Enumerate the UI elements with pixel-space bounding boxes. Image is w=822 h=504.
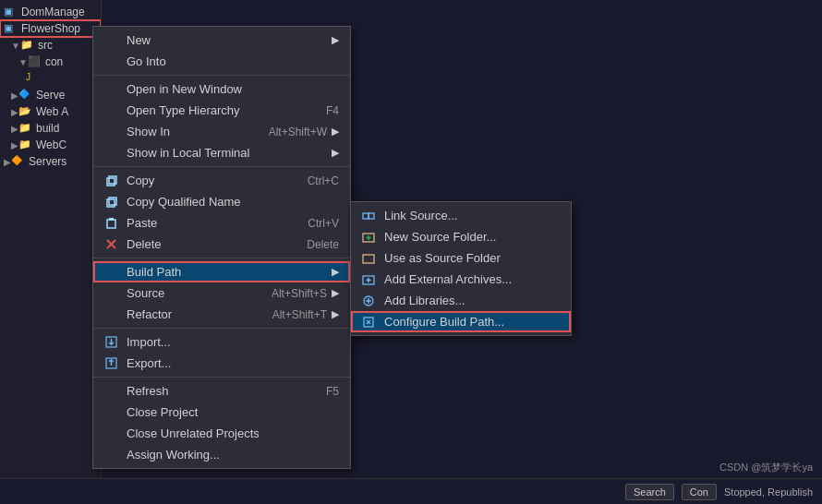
svg-rect-4 [107,220,115,228]
menu-item-close-unrelated[interactable]: Close Unrelated Projects [93,423,350,444]
project-icon: ▣ [4,6,17,18]
server-icon: 🔷 [18,89,31,102]
menu-item-refresh[interactable]: Refresh F5 [93,380,350,402]
copy-icon [103,173,119,189]
tree-label: Servers [29,155,66,168]
menu-item-paste[interactable]: Paste Ctrl+V [93,212,350,234]
package-icon: ⬛ [28,55,41,68]
paste-icon [103,215,119,232]
tree-label: con [45,55,63,68]
import-icon [103,334,119,351]
arrow-icon: ▶ [332,34,339,46]
arrow-icon: ▶ [332,147,339,159]
separator [93,166,350,167]
separator [93,75,350,76]
tree-label: Web A [36,105,68,118]
tree-item-server[interactable]: ▶ 🔷 Serve [0,87,101,103]
folder-icon: 📁 [18,122,31,135]
server-icon: 🔶 [11,155,24,168]
svg-rect-0 [107,178,115,186]
separator [93,377,350,378]
svg-rect-12 [363,213,369,219]
context-menu: New ▶ Go Into Open in New Window Open Ty… [92,26,351,469]
menu-item-new[interactable]: New ▶ [93,30,350,51]
copy-qualified-icon [103,194,119,210]
status-text: Stopped, Republish [724,486,813,498]
new-source-folder-icon [360,229,377,246]
svg-rect-3 [109,198,116,205]
project-explorer: ▣ DomManage ▣ FlowerShop ▼ 📁 src ▼ ⬛ con… [0,0,102,504]
tree-item-webC[interactable]: ▶ 📁 WebC [0,137,101,153]
menu-item-copy[interactable]: Copy Ctrl+C [93,170,350,191]
arrow-icon: ▶ [332,308,339,320]
tree-item-build[interactable]: ▶ 📁 build [0,120,101,137]
separator [93,258,350,258]
tree-item-flowershop[interactable]: ▣ FlowerShop [0,20,101,37]
add-external-archives-icon [360,271,377,288]
tree-item-java[interactable]: J [0,70,101,87]
submenu-item-configure-build-path[interactable]: Configure Build Path... [351,311,571,332]
arrow-icon: ▶ [332,266,339,278]
java-icon: J [26,72,39,85]
folder-icon: 📁 [18,138,31,151]
folder-icon: 📂 [18,105,31,118]
tree-item-src[interactable]: ▼ 📁 src [0,37,101,54]
menu-item-go-into[interactable]: Go Into [93,51,350,72]
project-icon: ▣ [4,22,17,35]
tree-item-webA[interactable]: ▶ 📂 Web A [0,103,101,120]
submenu-build-path: Link Source... New Source Folder... Use … [350,201,572,336]
tree-label: Serve [36,89,65,102]
tree-item-con[interactable]: ▼ ⬛ con [0,54,101,70]
arrow-icon: ▶ [332,287,339,299]
tree-item-servers[interactable]: ▶ 🔶 Servers [0,153,101,170]
export-icon [103,355,119,372]
menu-item-copy-qualified[interactable]: Copy Qualified Name [93,191,350,212]
submenu-item-new-source-folder[interactable]: New Source Folder... [351,226,571,247]
menu-item-show-in[interactable]: Show In Alt+Shift+W ▶ [93,121,350,142]
svg-rect-1 [109,176,116,184]
menu-item-source[interactable]: Source Alt+Shift+S ▶ [93,282,350,304]
submenu-item-add-libraries[interactable]: Add Libraries... [351,290,571,311]
menu-item-open-new-window[interactable]: Open in New Window [93,78,350,100]
menu-item-close-project[interactable]: Close Project [93,402,350,423]
con-button[interactable]: Con [682,484,717,500]
submenu-item-link-source[interactable]: Link Source... [351,205,571,226]
svg-rect-17 [363,255,374,263]
link-source-icon [360,208,377,224]
configure-build-path-icon [360,314,377,330]
submenu-item-use-as-source[interactable]: Use as Source Folder [351,247,571,269]
submenu-item-add-external-archives[interactable]: Add External Archives... [351,269,571,290]
folder-icon: 📁 [20,39,33,52]
delete-icon [103,236,119,253]
add-libraries-icon [360,293,377,309]
tree-label: build [36,122,59,135]
menu-item-assign-working[interactable]: Assign Working... [93,444,350,465]
search-button[interactable]: Search [625,484,674,500]
menu-item-export[interactable]: Export... [93,353,350,374]
watermark: CSDN @筑梦学长ya [719,461,813,474]
menu-item-build-path[interactable]: Build Path ▶ [93,261,350,282]
svg-rect-5 [109,218,114,221]
use-as-source-icon [360,250,377,267]
tree-label: WebC [36,138,66,151]
separator [93,328,350,329]
menu-item-show-local-terminal[interactable]: Show in Local Terminal ▶ [93,142,350,163]
svg-rect-2 [107,199,115,207]
menu-item-import[interactable]: Import... [93,331,350,353]
arrow-icon: ▶ [332,126,339,138]
tree-label: DomManage [21,6,85,18]
tree-item-dommanage[interactable]: ▣ DomManage [0,4,101,20]
status-bar: Search Con Stopped, Republish [0,478,822,504]
status-content: Search Con Stopped, Republish [625,484,813,500]
tree-label: src [38,39,53,52]
svg-rect-13 [369,213,374,219]
menu-item-delete[interactable]: Delete Delete [93,234,350,255]
menu-item-open-type-hierarchy[interactable]: Open Type Hierarchy F4 [93,100,350,121]
menu-item-refactor[interactable]: Refactor Alt+Shift+T ▶ [93,304,350,325]
tree-label: FlowerShop [21,22,80,35]
